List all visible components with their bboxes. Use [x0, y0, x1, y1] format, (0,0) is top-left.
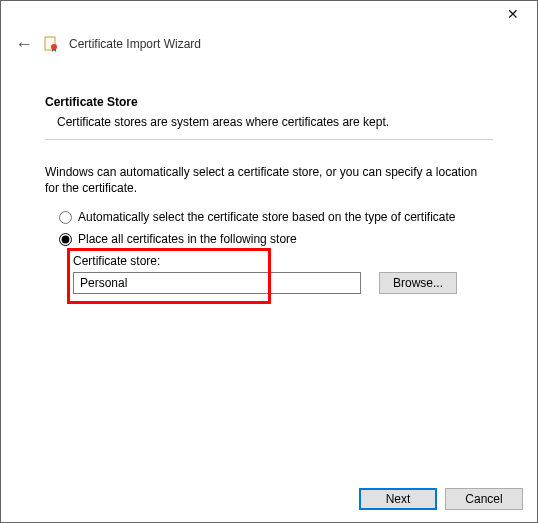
radio-auto-select[interactable]: Automatically select the certificate sto… — [59, 210, 493, 224]
intro-text: Windows can automatically select a certi… — [45, 164, 493, 196]
section-subtext: Certificate stores are system areas wher… — [57, 115, 493, 129]
radio-auto-input[interactable] — [59, 211, 72, 224]
back-arrow-icon[interactable]: ← — [15, 35, 33, 53]
close-icon[interactable]: ✕ — [501, 6, 525, 26]
browse-button[interactable]: Browse... — [379, 272, 457, 294]
certificate-store-input[interactable] — [73, 272, 361, 294]
next-button[interactable]: Next — [359, 488, 437, 510]
wizard-header: ← Certificate Import Wizard — [1, 31, 537, 65]
divider — [45, 139, 493, 140]
certificate-icon — [43, 36, 59, 52]
radio-place-input[interactable] — [59, 233, 72, 246]
section-heading: Certificate Store — [45, 95, 493, 109]
radio-place-all[interactable]: Place all certificates in the following … — [59, 232, 493, 246]
cancel-button[interactable]: Cancel — [445, 488, 523, 510]
footer-buttons: Next Cancel — [359, 488, 523, 510]
wizard-title: Certificate Import Wizard — [69, 37, 201, 51]
radio-place-label: Place all certificates in the following … — [78, 232, 297, 246]
store-label: Certificate store: — [73, 254, 493, 268]
radio-auto-label: Automatically select the certificate sto… — [78, 210, 456, 224]
